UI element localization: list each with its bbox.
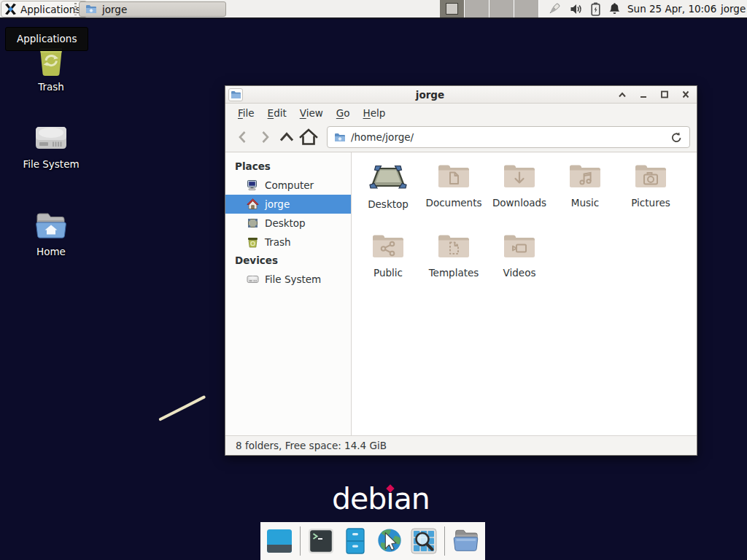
file-item-desktop[interactable]: Desktop — [355, 163, 421, 233]
workspace-1[interactable] — [440, 0, 465, 18]
desktop-icon-label: Home — [36, 246, 66, 257]
stylus-icon[interactable] — [547, 2, 562, 16]
drive-icon — [247, 273, 259, 285]
desktop-icon — [247, 217, 259, 229]
dock-separator — [300, 526, 301, 556]
file-item-label: Downloads — [492, 197, 546, 209]
web-browser-launcher[interactable] — [376, 527, 403, 555]
folder-music-icon — [568, 163, 603, 192]
reload-icon[interactable] — [670, 131, 683, 144]
file-manager-launcher[interactable] — [341, 527, 369, 555]
folder-pictures-icon — [633, 163, 668, 192]
statusbar-text: 8 folders, Free space: 14.4 GiB — [236, 440, 387, 451]
statusbar: 8 folders, Free space: 14.4 GiB — [225, 435, 697, 455]
path-input[interactable]: /home/jorge/ — [351, 131, 665, 143]
desktop-screen: Applications jorge — [0, 0, 747, 560]
folder-launcher[interactable] — [452, 527, 479, 555]
menu-edit[interactable]: Edit — [261, 105, 293, 121]
folder-icon — [85, 4, 97, 14]
file-manager-window: jorge File Edit View Go Help — [225, 85, 697, 456]
desktop-icon-filesystem[interactable]: File System — [7, 124, 95, 170]
desktop-icon-home[interactable]: Home — [7, 211, 95, 257]
file-cabinet-icon — [341, 527, 369, 555]
workspace-window-thumb — [446, 3, 458, 15]
folder-downloads-icon — [502, 163, 537, 192]
panel-username[interactable]: jorge — [721, 0, 746, 18]
window-icon — [228, 88, 243, 101]
window-titlebar[interactable]: jorge — [225, 86, 697, 104]
notifications-bell-icon[interactable] — [608, 2, 621, 15]
dock-panel — [260, 522, 485, 560]
applications-menu-label: Applications — [20, 4, 80, 15]
sidebar-item-label: Trash — [265, 236, 291, 248]
sidebar-item-label: jorge — [265, 198, 290, 210]
file-item-label: Desktop — [368, 198, 409, 210]
sidebar-item-filesystem[interactable]: File System — [225, 270, 351, 289]
desktop-icon-label: File System — [23, 158, 79, 170]
sidebar-item-label: Computer — [265, 179, 314, 191]
workspace-switcher — [440, 0, 539, 18]
close-icon[interactable] — [681, 90, 691, 100]
toolbar: /home/jorge/ — [225, 122, 697, 152]
sidebar-item-desktop[interactable]: Desktop — [225, 214, 351, 233]
xfce-logo-icon — [4, 3, 17, 15]
menu-go[interactable]: Go — [330, 105, 357, 121]
computer-icon — [247, 179, 259, 191]
maximize-icon[interactable] — [659, 90, 670, 100]
terminal-launcher[interactable] — [307, 527, 335, 555]
sidebar-devices-header: Devices — [225, 252, 351, 270]
back-button[interactable] — [232, 126, 254, 148]
app-finder-icon — [410, 527, 438, 555]
home-button[interactable] — [298, 126, 320, 148]
workspace-4[interactable] — [514, 0, 539, 18]
sidebar-item-computer[interactable]: Computer — [225, 176, 351, 195]
show-desktop-button[interactable] — [266, 527, 293, 555]
file-item-documents[interactable]: Documents — [421, 163, 487, 233]
forward-button[interactable] — [254, 126, 276, 148]
panel-clock[interactable]: Sun 25 Apr, 10:06 — [627, 0, 716, 18]
file-item-videos[interactable]: Videos — [487, 233, 552, 303]
file-item-label: Public — [374, 267, 403, 279]
file-item-label: Templates — [429, 267, 479, 279]
home-icon — [247, 198, 259, 210]
up-button[interactable] — [276, 126, 298, 148]
file-item-downloads[interactable]: Downloads — [487, 163, 552, 233]
battery-icon[interactable] — [591, 2, 600, 16]
shade-icon[interactable] — [617, 90, 627, 100]
show-desktop-icon — [266, 527, 293, 555]
window-title: jorge — [243, 89, 617, 101]
file-item-templates[interactable]: Templates — [421, 233, 487, 303]
app-finder-launcher[interactable] — [410, 527, 438, 555]
file-item-label: Videos — [503, 267, 536, 279]
wallpaper-swoosh-line — [158, 395, 206, 421]
minimize-icon[interactable] — [638, 90, 649, 100]
file-item-label: Music — [571, 197, 599, 209]
folder-videos-icon — [502, 233, 537, 262]
file-item-pictures[interactable]: Pictures — [618, 163, 684, 233]
sidebar-item-trash[interactable]: Trash — [225, 233, 351, 252]
hard-drive-icon — [33, 124, 69, 155]
panel-handle[interactable] — [74, 3, 77, 15]
web-browser-globe-icon — [376, 526, 403, 556]
menu-help[interactable]: Help — [357, 105, 392, 121]
sidebar-item-label: Desktop — [265, 217, 306, 229]
menubar: File Edit View Go Help — [225, 104, 697, 122]
file-item-label: Documents — [426, 197, 482, 209]
folder-templates-icon — [436, 233, 471, 262]
workspace-2[interactable] — [465, 0, 489, 18]
terminal-icon — [307, 527, 335, 555]
menu-view[interactable]: View — [293, 105, 330, 121]
sidebar-places-header: Places — [225, 158, 351, 176]
taskbar-window-label: jorge — [102, 4, 127, 15]
path-bar[interactable]: /home/jorge/ — [327, 126, 690, 148]
file-item-music[interactable]: Music — [552, 163, 618, 233]
menu-file[interactable]: File — [231, 105, 261, 121]
taskbar-window-button[interactable]: jorge — [79, 1, 226, 17]
volume-icon[interactable] — [570, 3, 583, 15]
folder-public-icon — [371, 233, 406, 262]
sidebar-item-jorge[interactable]: jorge — [225, 195, 351, 214]
workspace-3[interactable] — [489, 0, 514, 18]
file-item-public[interactable]: Public — [355, 233, 421, 303]
file-item-label: Pictures — [631, 197, 670, 209]
top-panel: Applications jorge — [0, 0, 747, 19]
